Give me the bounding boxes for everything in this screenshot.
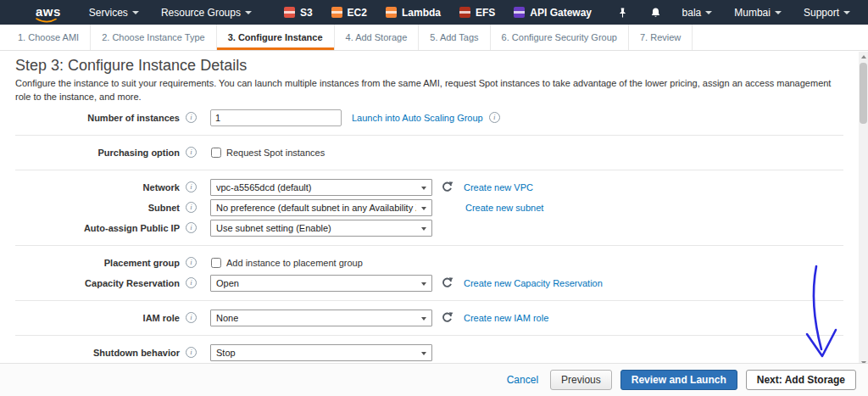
chevron-down-icon (705, 11, 712, 14)
request-spot-instances-checkbox[interactable] (211, 148, 221, 158)
previous-button[interactable]: Previous (550, 370, 612, 390)
create-new-iam-role-link[interactable]: Create new IAM role (464, 313, 548, 323)
info-icon[interactable]: i (186, 257, 197, 268)
row-purchasing-option: Purchasing option i Request Spot instanc… (0, 142, 859, 163)
shutdown-behavior-select-value: Stop (216, 348, 236, 358)
services-menu[interactable]: Services (78, 0, 150, 25)
ec2-icon (331, 7, 342, 18)
chevron-down-icon (132, 11, 139, 14)
vertical-scrollbar[interactable] (859, 52, 868, 368)
network-label: Network (143, 182, 180, 193)
next-add-storage-button[interactable]: Next: Add Storage (746, 370, 856, 390)
tab-configure-instance[interactable]: 3. Configure Instance (217, 25, 335, 50)
refresh-icon[interactable] (441, 181, 453, 193)
subnet-select[interactable]: No preference (default subnet in any Ava… (210, 199, 432, 216)
info-icon[interactable]: i (186, 181, 197, 192)
info-icon[interactable]: i (186, 312, 197, 323)
section-divider (15, 170, 843, 170)
top-nav: aws Services Resource Groups S3 EC2 Lamb… (0, 0, 868, 25)
section-divider (15, 135, 843, 136)
tab-choose-ami[interactable]: 1. Choose AMI (7, 25, 91, 50)
placement-group-label: Placement group (104, 258, 180, 269)
info-icon[interactable]: i (186, 222, 197, 233)
user-name: bala (682, 7, 702, 19)
iam-role-select[interactable]: None (210, 310, 432, 326)
create-new-capacity-reservation-link[interactable]: Create new Capacity Reservation (464, 278, 603, 288)
network-select[interactable]: vpc-a5565dcd (default) (210, 179, 432, 196)
tab-review[interactable]: 7. Review (629, 25, 693, 50)
iam-role-select-value: None (216, 313, 238, 323)
shortcut-ec2[interactable]: EC2 (322, 0, 376, 25)
launch-into-auto-scaling-group-link[interactable]: Launch into Auto Scaling Group (352, 113, 483, 123)
tab-add-storage[interactable]: 4. Add Storage (335, 25, 420, 50)
shortcut-lambda[interactable]: Lambda (376, 0, 450, 25)
lambda-icon (386, 7, 397, 18)
info-icon[interactable]: i (186, 277, 197, 288)
tab-add-tags[interactable]: 5. Add Tags (419, 25, 490, 50)
services-label: Services (89, 7, 128, 19)
shortcut-api-gateway[interactable]: API Gateway (504, 0, 601, 25)
shutdown-behavior-select[interactable]: Stop (210, 344, 432, 361)
auto-assign-public-ip-select[interactable]: Use subnet setting (Enable) (210, 220, 432, 237)
row-iam-role: IAM role i None Create new IAM role (0, 308, 859, 328)
request-spot-instances-label: Request Spot instances (226, 148, 325, 158)
row-subnet: Subnet i No preference (default subnet i… (0, 198, 859, 218)
shortcut-efs[interactable]: EFS (450, 0, 504, 25)
purchasing-option-label: Purchasing option (97, 148, 180, 159)
number-of-instances-input[interactable] (210, 109, 342, 126)
aws-logo[interactable]: aws (36, 5, 61, 20)
aws-smile-icon (36, 17, 58, 24)
row-placement-group: Placement group i Add instance to placem… (0, 253, 859, 273)
scrollbar-thumb[interactable] (860, 63, 867, 124)
api-gateway-icon (514, 7, 525, 18)
capacity-reservation-select[interactable]: Open (210, 275, 432, 292)
refresh-icon[interactable] (441, 276, 453, 289)
shortcut-s3[interactable]: S3 (275, 0, 322, 25)
placement-group-checkbox[interactable] (211, 258, 221, 268)
subnet-label: Subnet (148, 203, 180, 214)
info-icon[interactable]: i (186, 112, 197, 123)
wizard-steps: 1. Choose AMI 2. Choose Instance Type 3.… (0, 25, 868, 51)
capacity-reservation-select-value: Open (216, 278, 239, 288)
page-title: Step 3: Configure Instance Details (15, 57, 859, 75)
notifications-bell-icon[interactable] (640, 0, 671, 25)
pin-icon[interactable] (611, 0, 634, 25)
number-of-instances-label: Number of instances (87, 113, 180, 124)
auto-assign-public-ip-label: Auto-assign Public IP (84, 223, 180, 234)
configure-instance-form: Number of instances i Launch into Auto S… (0, 108, 859, 363)
capacity-reservation-label: Capacity Reservation (85, 278, 180, 289)
section-divider (15, 245, 843, 246)
create-new-subnet-link[interactable]: Create new subnet (465, 203, 543, 213)
cancel-link[interactable]: Cancel (507, 374, 538, 386)
info-icon[interactable]: i (186, 202, 197, 213)
main-content: Step 3: Configure Instance Details Confi… (0, 51, 859, 363)
refresh-icon[interactable] (441, 311, 453, 324)
user-menu[interactable]: bala (671, 0, 724, 25)
efs-label: EFS (476, 7, 495, 19)
tab-configure-security-group[interactable]: 6. Configure Security Group (491, 25, 629, 50)
create-new-vpc-link[interactable]: Create new VPC (464, 182, 533, 192)
section-divider (15, 300, 843, 301)
chevron-down-icon (245, 11, 252, 14)
info-icon[interactable]: i (186, 147, 197, 158)
lambda-label: Lambda (402, 7, 441, 19)
region-menu[interactable]: Mumbai (723, 0, 793, 25)
support-menu[interactable]: Support (793, 0, 861, 25)
resource-groups-menu[interactable]: Resource Groups (150, 0, 263, 25)
auto-assign-public-ip-select-value: Use subnet setting (Enable) (216, 223, 331, 233)
row-shutdown-behavior: Shutdown behavior i Stop (0, 343, 859, 363)
page-description: Configure the instance to suit your requ… (15, 77, 833, 104)
api-gateway-label: API Gateway (530, 7, 592, 19)
info-icon[interactable]: i (186, 347, 197, 358)
row-capacity-reservation: Capacity Reservation i Open Create new C… (0, 273, 859, 293)
efs-icon (459, 7, 470, 18)
subnet-select-value: No preference (default subnet in any Ava… (216, 203, 416, 213)
review-and-launch-button[interactable]: Review and Launch (620, 370, 737, 390)
scroll-up-arrow[interactable] (859, 52, 868, 62)
row-network: Network i vpc-a5565dcd (default) Create … (0, 177, 859, 198)
chevron-down-icon (843, 11, 850, 14)
iam-role-label: IAM role (143, 313, 180, 324)
tab-choose-instance-type[interactable]: 2. Choose Instance Type (91, 25, 217, 50)
info-icon[interactable]: i (489, 112, 500, 123)
ec2-label: EC2 (348, 7, 367, 19)
